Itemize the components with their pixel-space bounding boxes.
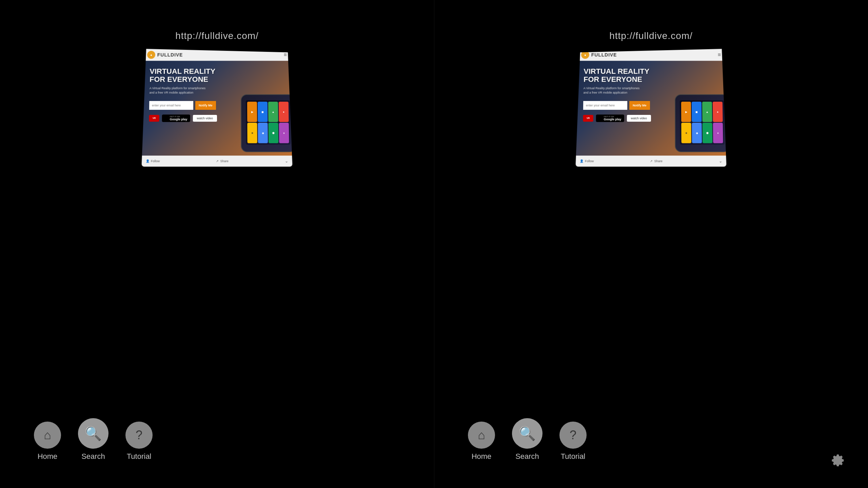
left-follow-button[interactable]: 👤 Follow — [146, 159, 160, 163]
right-app-icon-1: ▶ — [681, 102, 691, 122]
right-hero-title: VIRTUAL REALITY FOR EVERYONE — [584, 67, 718, 84]
left-email-input[interactable] — [149, 101, 193, 110]
right-watch-video-button[interactable]: watch video — [627, 115, 651, 122]
left-app-icon-3: ▲ — [268, 102, 278, 122]
left-share-icon: ↗ — [216, 159, 219, 163]
left-phone-mockup: ▶ ◼ ▲ ● ★ ◆ ⬟ ♦ — [227, 91, 293, 152]
right-tutorial-nav-circle: ? — [559, 422, 587, 449]
right-notify-button[interactable]: Notify Me — [629, 101, 650, 110]
right-phone-screen: ▶ ◼ ▲ ● ★ ◆ ⬟ ♦ — [680, 100, 725, 145]
right-expand-button[interactable]: ⌄ — [719, 159, 722, 163]
right-search-nav-circle: 🔍 — [512, 418, 542, 449]
right-browser-nav: ● FULLDIVE ≡ — [577, 49, 725, 61]
right-app-icon-6: ◆ — [692, 123, 702, 143]
right-app-icon-2: ◼ — [692, 102, 702, 122]
right-url-bar: http://fulldive.com/ — [609, 30, 693, 41]
settings-gear-button[interactable] — [827, 451, 848, 471]
left-eye-panel: http://fulldive.com/ ● FULLDIVE ≡ VIRTUA… — [0, 0, 434, 488]
left-home-label: Home — [38, 452, 58, 461]
right-app-icon-7: ⬟ — [702, 123, 712, 143]
right-browser-content: VIRTUAL REALITY FOR EVERYONE A Virtual R… — [576, 61, 726, 156]
left-tutorial-nav-circle: ? — [125, 422, 153, 449]
left-menu-icon[interactable]: ≡ — [284, 52, 287, 58]
left-app-icon-6: ◆ — [258, 123, 268, 143]
left-browser-content: VIRTUAL REALITY FOR EVERYONE A Virtual R… — [142, 61, 292, 156]
left-expand-button[interactable]: ⌄ — [285, 159, 288, 163]
left-share-button[interactable]: ↗ Share — [216, 159, 228, 163]
left-home-nav-circle: ⌂ — [34, 422, 61, 449]
right-email-input[interactable] — [583, 101, 627, 110]
right-phone-mockup: ▶ ◼ ▲ ● ★ ◆ ⬟ ♦ — [661, 91, 727, 152]
left-search-nav-item[interactable]: 🔍 Search — [78, 418, 108, 461]
left-app-icon-7: ⬟ — [268, 123, 278, 143]
left-home-nav-item[interactable]: ⌂ Home — [34, 422, 61, 461]
left-logo-text: FULLDIVE — [157, 52, 183, 58]
left-app-icon-2: ◼ — [258, 102, 268, 122]
right-browser-window: ● FULLDIVE ≡ VIRTUAL REALITY FOR EVERYON… — [575, 49, 726, 167]
right-logo-icon: ● — [581, 51, 589, 59]
right-google-play-button[interactable]: ▶ GET IT ON Google play — [596, 115, 624, 122]
left-play-store-icon: ▶ — [165, 116, 169, 121]
right-tutorial-label: Tutorial — [561, 452, 586, 461]
left-notify-button[interactable]: Notify Me — [195, 101, 216, 110]
right-play-text: GET IT ON Google play — [604, 116, 622, 121]
right-search-icon: 🔍 — [519, 426, 536, 442]
left-follow-icon: 👤 — [146, 159, 150, 163]
left-google-play-button[interactable]: ▶ GET IT ON Google play — [162, 115, 190, 122]
right-tutorial-nav-item[interactable]: ? Tutorial — [559, 422, 587, 461]
right-menu-icon[interactable]: ≡ — [718, 52, 721, 58]
right-app-icon-4: ● — [713, 102, 723, 122]
vr-container: http://fulldive.com/ ● FULLDIVE ≡ VIRTUA… — [0, 0, 868, 488]
left-app-icon-4: ● — [279, 102, 289, 122]
left-browser-window: ● FULLDIVE ≡ VIRTUAL REALITY FOR EVERYON… — [141, 49, 292, 167]
left-vr-badge: VR — [149, 115, 159, 122]
right-bottom-nav: ⌂ Home 🔍 Search ? Tutorial — [468, 418, 587, 461]
left-tutorial-label: Tutorial — [127, 452, 152, 461]
left-app-icon-8: ♦ — [279, 123, 289, 143]
right-home-nav-circle: ⌂ — [468, 422, 495, 449]
right-vr-badge: VR — [583, 115, 593, 122]
left-app-icon-1: ▶ — [247, 102, 257, 122]
left-phone-screen: ▶ ◼ ▲ ● ★ ◆ ⬟ ♦ — [246, 100, 291, 145]
right-play-store-icon: ▶ — [599, 116, 603, 121]
right-browser-footer: 👤 Follow ↗ Share ⌄ — [575, 156, 726, 167]
right-app-icon-5: ★ — [681, 123, 691, 143]
right-eye-panel: http://fulldive.com/ ● FULLDIVE ≡ VIRTUA… — [434, 0, 868, 488]
right-share-button[interactable]: ↗ Share — [650, 159, 662, 163]
right-logo-text: FULLDIVE — [591, 52, 617, 58]
right-search-nav-item[interactable]: 🔍 Search — [512, 418, 542, 461]
left-home-icon: ⌂ — [44, 428, 51, 442]
left-play-text: GET IT ON Google play — [170, 116, 188, 121]
left-app-icon-5: ★ — [247, 123, 257, 143]
right-search-label: Search — [515, 452, 539, 461]
right-home-icon: ⌂ — [478, 428, 485, 442]
left-search-label: Search — [81, 452, 105, 461]
left-browser-nav: ● FULLDIVE ≡ — [143, 49, 291, 61]
left-url-bar: http://fulldive.com/ — [175, 30, 259, 41]
right-share-icon: ↗ — [650, 159, 653, 163]
left-tutorial-icon: ? — [136, 428, 142, 442]
right-follow-button[interactable]: 👤 Follow — [580, 159, 594, 163]
right-app-icon-8: ♦ — [713, 123, 723, 143]
left-search-icon: 🔍 — [85, 426, 102, 442]
right-follow-icon: 👤 — [580, 159, 584, 163]
right-fulldive-logo: ● FULLDIVE — [581, 51, 617, 59]
left-hero-title: VIRTUAL REALITY FOR EVERYONE — [150, 67, 284, 84]
left-watch-video-button[interactable]: watch video — [193, 115, 217, 122]
left-search-nav-circle: 🔍 — [78, 418, 108, 449]
right-home-label: Home — [472, 452, 492, 461]
left-browser-footer: 👤 Follow ↗ Share ⌄ — [141, 156, 292, 167]
right-home-nav-item[interactable]: ⌂ Home — [468, 422, 495, 461]
left-logo-icon: ● — [147, 51, 155, 59]
right-tutorial-icon: ? — [570, 428, 576, 442]
right-app-icon-3: ▲ — [702, 102, 712, 122]
left-bottom-nav: ⌂ Home 🔍 Search ? Tutorial — [34, 418, 153, 461]
left-tutorial-nav-item[interactable]: ? Tutorial — [125, 422, 153, 461]
left-phone-body: ▶ ◼ ▲ ● ★ ◆ ⬟ ♦ — [241, 94, 293, 152]
right-phone-body: ▶ ◼ ▲ ● ★ ◆ ⬟ ♦ — [675, 94, 727, 152]
left-fulldive-logo: ● FULLDIVE — [147, 51, 183, 59]
